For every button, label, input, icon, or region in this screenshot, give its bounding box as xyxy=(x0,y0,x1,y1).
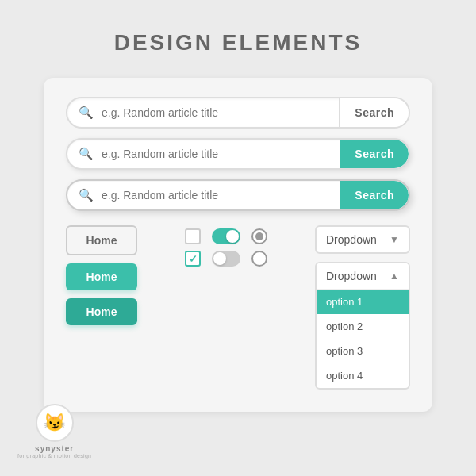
search-bar-3: 🔍 Search xyxy=(66,179,410,211)
search-input-2[interactable] xyxy=(102,140,340,168)
dropdown-closed-label: Dropdown xyxy=(326,233,377,246)
logo-icon: 😼 xyxy=(44,414,65,432)
dropdown-open-label: Dropdown xyxy=(326,270,377,282)
buttons-column: Home Home Home xyxy=(66,225,137,325)
logo: 😼 synyster for graphic & motion design xyxy=(17,404,91,459)
dropdown-option-2[interactable]: option 2 xyxy=(317,314,409,339)
toggle-off[interactable] xyxy=(212,251,240,267)
radio-inner-dark xyxy=(255,232,263,240)
search-icon-3: 🔍 xyxy=(67,188,102,202)
chevron-down-icon: ▼ xyxy=(390,234,399,245)
dropdown-open-header[interactable]: Dropdown ▲ xyxy=(317,263,409,290)
dropdown-option-3[interactable]: option 3 xyxy=(317,339,409,363)
toggle-on[interactable] xyxy=(212,228,240,244)
search-button-3[interactable]: Search xyxy=(340,181,409,209)
home-button-outline[interactable]: Home xyxy=(66,225,137,255)
toggle-knob-on xyxy=(226,230,239,243)
dropdown-option-4[interactable]: option 4 xyxy=(317,363,409,388)
checkbox-unchecked[interactable] xyxy=(185,228,201,244)
dropdown-closed[interactable]: Dropdown ▼ xyxy=(315,225,410,254)
toggle-row-1 xyxy=(185,228,267,244)
page-title: DESIGN ELEMENTS xyxy=(114,30,363,56)
search-button-2[interactable]: Search xyxy=(340,140,409,168)
search-bar-2: 🔍 Search xyxy=(66,138,410,170)
radio-empty-dark[interactable] xyxy=(251,251,267,267)
chevron-up-icon: ▲ xyxy=(390,271,399,282)
home-button-teal-dark[interactable]: Home xyxy=(66,298,137,325)
logo-name: synyster xyxy=(35,444,74,453)
home-button-teal[interactable]: Home xyxy=(66,263,137,290)
main-card: 🔍 Search 🔍 Search 🔍 Search Home Home Hom… xyxy=(44,78,432,412)
dropdown-column: Dropdown ▼ Dropdown ▲ option 1 option 2 … xyxy=(315,225,410,390)
search-input-1[interactable] xyxy=(102,98,339,127)
search-input-3[interactable] xyxy=(102,181,340,209)
dropdown-option-1[interactable]: option 1 xyxy=(317,290,409,314)
search-icon-2: 🔍 xyxy=(67,147,102,161)
search-button-1[interactable]: Search xyxy=(339,98,409,127)
checkmark-icon: ✓ xyxy=(189,253,198,265)
logo-circle: 😼 xyxy=(36,404,74,442)
bottom-section: Home Home Home ✓ xyxy=(66,225,410,390)
logo-sub: for graphic & motion design xyxy=(17,453,91,459)
radio-dark[interactable] xyxy=(251,228,267,244)
toggles-column: ✓ xyxy=(150,225,302,267)
search-icon-1: 🔍 xyxy=(67,106,102,120)
toggle-knob-off xyxy=(213,252,226,265)
search-bar-1: 🔍 Search xyxy=(66,97,410,129)
dropdown-open: Dropdown ▲ option 1 option 2 option 3 op… xyxy=(315,262,410,390)
toggle-row-2: ✓ xyxy=(185,251,267,267)
checkbox-checked[interactable]: ✓ xyxy=(185,251,201,267)
